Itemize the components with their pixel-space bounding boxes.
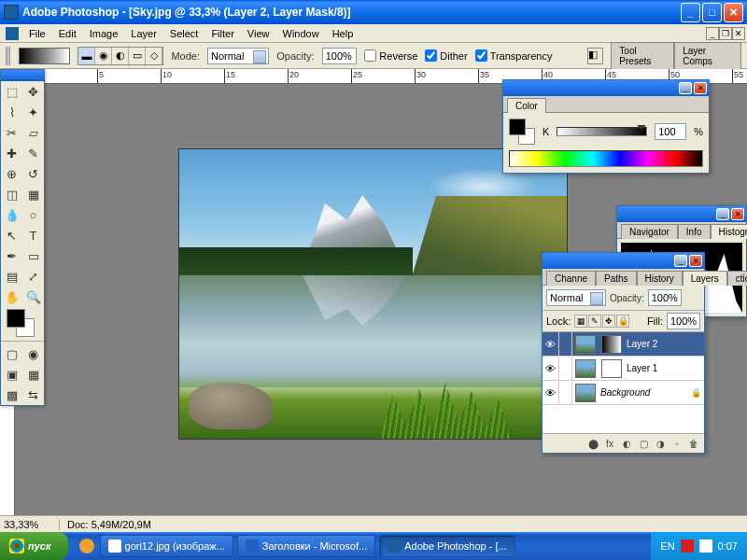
blur-tool[interactable]: 💧 [1,204,22,225]
actions-tab[interactable]: ctions [727,271,747,286]
brush-tool[interactable]: ✎ [22,143,44,163]
layer-comps-tab[interactable]: Layer Comps [674,42,741,70]
dodge-tool[interactable]: ○ [22,204,44,225]
lock-all-button[interactable]: 🔒 [616,315,629,328]
visibility-toggle[interactable]: 👁 [543,357,559,380]
pen-tool[interactable]: ✒ [1,245,22,266]
layer-name[interactable]: Layer 1 [625,363,704,373]
panel-close-button[interactable]: ✕ [694,82,707,94]
menu-edit[interactable]: Edit [52,26,83,41]
adjustment-layer-button[interactable]: ◑ [653,437,668,450]
menu-window[interactable]: Window [276,26,326,41]
taskbar-item[interactable]: gori12.jpg (изображ... [100,535,233,557]
gradient-linear-button[interactable]: ▬ [78,48,95,64]
layer-mask-button[interactable]: ◐ [619,437,634,450]
link-layers-button[interactable]: ⬤ [585,437,600,450]
histogram-panel-titlebar[interactable]: _ ✕ [617,206,746,222]
channels-tab[interactable]: Channe [546,271,596,286]
layers-panel-titlebar[interactable]: _ ✕ [543,253,704,269]
tool-presets-tab[interactable]: Tool Presets [611,42,674,70]
layer-thumbnail[interactable] [575,359,596,378]
color-spectrum[interactable] [509,150,703,167]
start-button[interactable]: пуск [0,532,68,560]
taskbar-item[interactable]: Заголовки - Microsof... [237,535,375,557]
menu-file[interactable]: File [22,26,52,41]
panel-close-button[interactable]: ✕ [689,255,702,267]
toolbox-titlebar[interactable] [1,70,44,81]
window-close-button[interactable]: ✕ [724,3,743,22]
menu-help[interactable]: Help [326,26,360,41]
gradient-reflected-button[interactable]: ▭ [129,48,146,64]
marquee-tool[interactable]: ⬚ [1,81,22,102]
menu-filter[interactable]: Filter [204,26,240,41]
dither-checkbox[interactable]: Dither [425,49,467,62]
window-minimize-button[interactable]: _ [681,3,700,22]
panel-minimize-button[interactable]: _ [679,82,692,94]
doc-size[interactable]: Doc: 5,49M/20,9M [60,519,159,530]
layers-tab[interactable]: Layers [683,271,727,286]
path-tool[interactable]: ↖ [1,225,22,245]
layer-row[interactable]: 👁 Layer 1 [543,357,704,381]
layer-thumbnail[interactable] [575,384,596,402]
menu-layer[interactable]: Layer [124,26,163,41]
taskbar-item[interactable]: Adobe Photoshop - [... [379,535,514,557]
language-indicator[interactable]: EN [660,540,674,552]
reverse-checkbox[interactable]: Reverse [364,49,417,62]
wand-tool[interactable]: ✦ [22,102,44,122]
transparency-checkbox[interactable]: Transparency [475,49,553,62]
doc-restore-button[interactable]: ❐ [719,27,732,40]
move-tool[interactable]: ✥ [22,81,44,102]
link-cell[interactable] [559,357,572,380]
notes-tool[interactable]: ▤ [1,266,22,287]
imageready-button[interactable]: ⇆ [22,385,44,405]
navigator-tab[interactable]: Navigator [621,224,678,239]
quickmask-mode-button[interactable]: ◉ [22,343,44,364]
document-canvas[interactable] [179,149,567,439]
screen-mode-3[interactable]: ▩ [1,385,22,405]
stamp-tool[interactable]: ⊕ [1,163,22,184]
options-grip[interactable] [6,47,11,65]
visibility-toggle[interactable]: 👁 [543,381,559,404]
panel-minimize-button[interactable]: _ [716,208,729,220]
layer-name[interactable]: Background [599,387,691,398]
layer-thumbnail[interactable] [575,335,596,354]
history-brush-tool[interactable]: ↺ [22,163,44,184]
lasso-tool[interactable]: ⌇ [1,102,22,122]
screen-mode-1[interactable]: ▣ [1,364,22,385]
layer-row[interactable]: 👁 Background 🔒 [543,381,704,405]
shape-tool[interactable]: ▭ [22,245,44,266]
blend-mode-select[interactable]: Normal [546,289,606,306]
layer-row[interactable]: 👁 Layer 2 [543,332,704,357]
menu-image[interactable]: Image [83,26,125,41]
layer-name[interactable]: Layer 2 [625,339,704,349]
color-tab[interactable]: Color [507,98,546,113]
new-set-button[interactable]: ▢ [636,437,651,450]
eyedropper-tool[interactable]: ⤢ [22,266,44,287]
color-panel-titlebar[interactable]: _ ✕ [503,80,709,96]
tray-icon[interactable] [699,539,712,553]
layer-mask-thumbnail[interactable] [601,359,622,378]
history-tab[interactable]: History [637,271,683,286]
layer-style-button[interactable]: fx [602,437,617,450]
eraser-tool[interactable]: ◫ [1,184,22,204]
lock-transparency-button[interactable]: ▦ [574,315,587,328]
clock[interactable]: 0:07 [718,540,738,552]
quick-launch-firefox-icon[interactable] [79,539,94,553]
gradient-diamond-button[interactable]: ◇ [146,48,162,64]
hand-tool[interactable]: ✋ [1,287,22,307]
paths-tab[interactable]: Paths [596,271,637,286]
menu-view[interactable]: View [241,26,276,41]
window-maximize-button[interactable]: □ [702,3,722,22]
crop-tool[interactable]: ✂ [1,122,22,143]
layer-opacity-input[interactable]: 100% [648,289,682,306]
color-k-slider[interactable] [557,127,647,136]
zoom-tool[interactable]: 🔍 [22,287,44,307]
lock-position-button[interactable]: ✥ [602,315,615,328]
zoom-level[interactable]: 33,33% [0,519,60,530]
screen-mode-2[interactable]: ▦ [22,364,44,385]
heal-tool[interactable]: ✚ [1,143,22,163]
histogram-tab[interactable]: Histogram [711,224,748,239]
new-layer-button[interactable]: ▫ [669,437,684,450]
panel-close-button[interactable]: ✕ [731,208,744,220]
standard-mode-button[interactable]: ▢ [1,343,22,364]
